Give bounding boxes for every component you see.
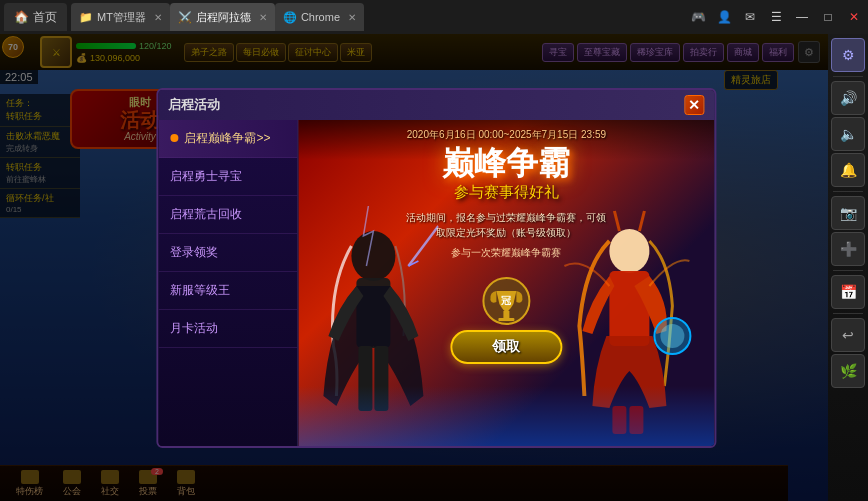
sidebar-item-0[interactable]: 启程巅峰争霸>> — [158, 120, 297, 158]
svg-rect-14 — [498, 318, 514, 321]
tab-chrome-label: Chrome — [301, 11, 340, 23]
rs-settings-button[interactable]: ⚙ — [831, 38, 865, 72]
user-icon[interactable]: 👤 — [714, 7, 734, 27]
rs-divider-2 — [833, 191, 863, 192]
event-subtitle: 参与赛事得好礼 — [454, 183, 559, 202]
rs-daily-icon[interactable]: 📅 — [831, 275, 865, 309]
tab-mt-close[interactable]: ✕ — [154, 12, 162, 23]
rs-back-button[interactable]: ↩ — [831, 318, 865, 352]
window-controls: 🎮 👤 ✉ ☰ — □ ✕ — [688, 7, 864, 27]
trophy-icon: 冠 — [481, 276, 531, 326]
svg-text:冠: 冠 — [501, 295, 512, 306]
event-date: 2020年6月16日 00:00~2025年7月15日 23:59 — [407, 128, 606, 142]
modal-sidebar: 启程巅峰争霸>> 启程勇士寻宝 启程荒古回收 登录领奖 新服等级王 月卡活动 — [158, 120, 298, 446]
game-area: 70 22:05 ⚔ 120/120 💰 130,096,000 弟子之路 每日… — [0, 34, 828, 501]
event-desc: 活动期间，报名参与过荣耀巅峰争霸赛，可领取限定光环奖励（账号级领取） — [406, 210, 606, 240]
maximize-button[interactable]: □ — [818, 7, 838, 27]
rs-add-button[interactable]: ➕ — [831, 232, 865, 266]
tab-chrome-close[interactable]: ✕ — [348, 12, 356, 23]
modal-titlebar: 启程活动 ✕ — [158, 90, 714, 120]
content-overlay: 2020年6月16日 00:00~2025年7月15日 23:59 巅峰争霸 参… — [298, 120, 714, 446]
game-icon: ⚔️ — [178, 11, 192, 24]
close-button[interactable]: ✕ — [844, 7, 864, 27]
mt-icon: 📁 — [79, 11, 93, 24]
active-dot — [170, 134, 178, 142]
rs-eco-button[interactable]: 🌿 — [831, 354, 865, 388]
tab-game-close[interactable]: ✕ — [259, 12, 267, 23]
claim-button[interactable]: 领取 — [450, 330, 562, 364]
rs-divider-1 — [833, 76, 863, 77]
menu-icon[interactable]: ☰ — [766, 7, 786, 27]
sidebar-item-3[interactable]: 登录领奖 — [158, 234, 297, 272]
tab-home[interactable]: 🏠 首页 — [4, 3, 67, 31]
rs-notification-button[interactable]: 🔔 — [831, 153, 865, 187]
rs-divider-3 — [833, 270, 863, 271]
sidebar-item-4[interactable]: 新服等级王 — [158, 272, 297, 310]
event-subdesc: 参与一次荣耀巅峰争霸赛 — [451, 246, 561, 260]
sidebar-item-2[interactable]: 启程荒古回收 — [158, 196, 297, 234]
sidebar-item-1[interactable]: 启程勇士寻宝 — [158, 158, 297, 196]
event-title: 巅峰争霸 — [442, 146, 570, 181]
taskbar: 🏠 首页 📁 MT管理器 ✕ ⚔️ 启程阿拉德 ✕ 🌐 Chrome ✕ 🎮 👤… — [0, 0, 868, 34]
mail-icon[interactable]: ✉ — [740, 7, 760, 27]
rs-divider-4 — [833, 313, 863, 314]
tab-home-label: 首页 — [33, 9, 57, 26]
svg-rect-13 — [503, 311, 509, 319]
tab-game[interactable]: ⚔️ 启程阿拉德 ✕ — [170, 3, 275, 31]
modal-close-button[interactable]: ✕ — [684, 95, 704, 115]
modal-main-content: 2020年6月16日 00:00~2025年7月15日 23:59 巅峰争霸 参… — [298, 120, 714, 446]
rs-sound-button[interactable]: 🔈 — [831, 117, 865, 151]
tab-chrome[interactable]: 🌐 Chrome ✕ — [275, 3, 364, 31]
rs-screenshot-button[interactable]: 📷 — [831, 196, 865, 230]
gamepad-icon[interactable]: 🎮 — [688, 7, 708, 27]
chrome-icon: 🌐 — [283, 11, 297, 24]
minimize-button[interactable]: — — [792, 7, 812, 27]
activity-modal: 启程活动 ✕ 启程巅峰争霸>> 启程勇士寻宝 启程荒古回收 登录领奖 新服等级王… — [156, 88, 716, 448]
tab-game-label: 启程阿拉德 — [196, 10, 251, 25]
rs-volume-button[interactable]: 🔊 — [831, 81, 865, 115]
right-sidebar: ⚙ 🔊 🔈 🔔 📷 ➕ 📅 ↩ 🌿 — [828, 34, 868, 501]
tab-mt-label: MT管理器 — [97, 10, 146, 25]
sidebar-item-5[interactable]: 月卡活动 — [158, 310, 297, 348]
tab-mt[interactable]: 📁 MT管理器 ✕ — [71, 3, 170, 31]
home-icon: 🏠 — [14, 10, 29, 24]
modal-title: 启程活动 — [168, 96, 220, 114]
